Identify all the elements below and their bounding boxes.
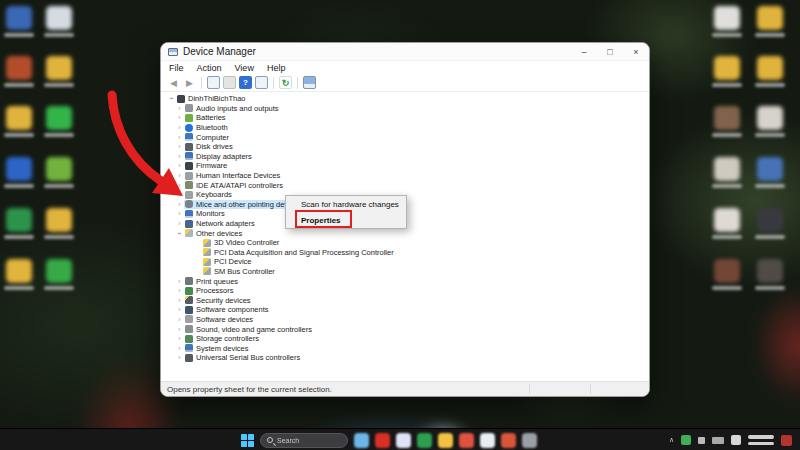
taskbar-app-icon[interactable] [417,433,432,448]
menu-view[interactable]: View [235,63,254,73]
chevron-icon[interactable]: › [175,219,184,228]
chevron-icon[interactable]: › [175,142,184,151]
tree-item[interactable]: ›DinhThiBichThao [161,94,649,104]
tree-item[interactable]: ›Disk drives [161,142,649,152]
desktop-folder-icon[interactable] [46,56,72,80]
search-input[interactable]: Search [260,433,348,448]
chevron-icon[interactable]: › [175,123,184,132]
menu-help[interactable]: Help [267,63,286,73]
chevron-icon[interactable]: › [175,171,184,180]
desktop-folder-icon[interactable] [6,106,32,130]
tray-red-app-icon[interactable] [781,435,792,446]
tree-item[interactable]: ›Batteries [161,113,649,123]
desktop-folder-icon[interactable] [757,6,783,30]
tree-item[interactable]: ›Software components [161,305,649,315]
tree-item[interactable]: ›IDE ATA/ATAPI controllers [161,180,649,190]
windows-start-icon[interactable] [241,434,254,447]
chevron-icon[interactable]: › [175,296,184,305]
tree-item[interactable]: PCI Device [161,257,649,267]
chevron-icon[interactable]: › [175,161,184,170]
tree-item[interactable]: ›System devices [161,343,649,353]
tree-item[interactable]: ›Storage controllers [161,334,649,344]
chevron-icon[interactable]: › [175,277,184,286]
desktop-image-icon[interactable] [757,157,783,181]
chevron-icon[interactable]: › [175,113,184,122]
back-icon[interactable] [167,76,180,89]
taskbar-app-icon[interactable] [396,433,411,448]
desktop-app-icon[interactable] [46,157,72,181]
desktop-folder-icon[interactable] [6,259,32,283]
chevron-icon[interactable]: › [175,229,184,238]
tree-item[interactable]: ›Human Interface Devices [161,171,649,181]
chevron-icon[interactable]: › [175,344,184,353]
desktop-app-icon[interactable] [6,157,32,181]
tray-chevron-icon[interactable] [669,436,674,444]
desktop-folder-icon[interactable] [757,56,783,80]
console-tree-icon[interactable] [207,76,220,89]
maximize-button[interactable]: □ [597,43,623,60]
tree-item[interactable]: ›Display adapters [161,152,649,162]
tree-item[interactable]: ›Universal Serial Bus controllers [161,353,649,363]
desktop-app-icon[interactable] [46,259,72,283]
taskbar-app-icon[interactable] [501,433,516,448]
taskbar-app-icon[interactable] [375,433,390,448]
taskbar-app-icon[interactable] [522,433,537,448]
menu-file[interactable]: File [169,63,184,73]
properties-icon[interactable] [223,76,236,89]
chevron-icon[interactable]: › [175,353,184,362]
device-console-icon[interactable] [303,76,316,89]
chevron-icon[interactable]: › [167,94,176,103]
scan-hardware-icon[interactable] [279,76,292,89]
desktop-folder-icon[interactable] [714,56,740,80]
taskbar-folder-icon[interactable] [438,433,453,448]
tree-item[interactable]: PCI Data Acquisition and Signal Processi… [161,248,649,258]
chevron-icon[interactable]: › [175,209,184,218]
desktop-folder-icon[interactable] [46,208,72,232]
desktop-image-icon[interactable] [714,106,740,130]
desktop-image-icon[interactable] [757,106,783,130]
taskbar-app-icon[interactable] [480,433,495,448]
tree-item[interactable]: ›Bluetooth [161,123,649,133]
action-list-icon[interactable] [255,76,268,89]
tree-item[interactable]: ›Other devices [161,228,649,238]
chevron-icon[interactable]: › [175,200,184,209]
tree-item[interactable]: ›Sound, video and game controllers [161,324,649,334]
taskbar-app-icon[interactable] [459,433,474,448]
desktop-label-icon[interactable] [757,259,783,283]
forward-icon[interactable] [183,76,196,89]
menu-action[interactable]: Action [197,63,222,73]
tree-item[interactable]: ›Computer [161,132,649,142]
chevron-icon[interactable]: › [175,325,184,334]
chevron-icon[interactable]: › [175,305,184,314]
chevron-icon[interactable]: › [175,334,184,343]
tree-item[interactable]: SM Bus Controller [161,267,649,277]
tree-item[interactable]: ›Processors [161,286,649,296]
desktop-app-icon[interactable] [6,208,32,232]
chevron-icon[interactable]: › [175,190,184,199]
desktop-image-icon[interactable] [714,157,740,181]
chevron-icon[interactable]: › [175,133,184,142]
desktop-file-icon[interactable] [714,6,740,30]
desktop-image-icon[interactable] [714,259,740,283]
chevron-icon[interactable]: › [175,315,184,324]
desktop-image-icon[interactable] [757,208,783,232]
desktop-image-icon[interactable] [714,208,740,232]
tray-icon-small-2[interactable] [712,437,724,444]
tray-icon-small-1[interactable] [698,437,705,444]
chevron-icon[interactable]: › [175,181,184,190]
desktop-app-icon[interactable] [6,6,32,30]
tree-item[interactable]: 3D Video Controller [161,238,649,248]
chevron-icon[interactable]: › [175,286,184,295]
tree-item[interactable]: ›Security devices [161,295,649,305]
tray-language-icon[interactable] [731,435,741,445]
chevron-icon[interactable]: › [175,104,184,113]
desktop-app-icon[interactable] [6,56,32,80]
tree-item[interactable]: ›Software devices [161,315,649,325]
close-button[interactable]: × [623,43,649,60]
taskbar-app-icon[interactable] [354,433,369,448]
desktop-app-icon[interactable] [46,6,72,30]
chevron-icon[interactable]: › [175,152,184,161]
tree-item[interactable]: ›Print queues [161,276,649,286]
minimize-button[interactable]: – [571,43,597,60]
help-icon[interactable] [239,76,252,89]
